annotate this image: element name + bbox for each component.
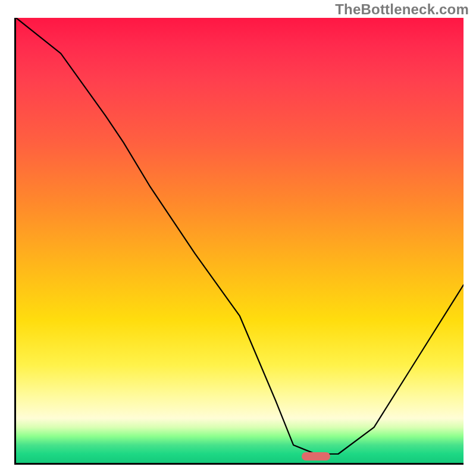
bottleneck-curve — [16, 18, 464, 463]
optimal-marker — [302, 452, 330, 461]
plot-area — [14, 18, 464, 465]
watermark-text: TheBottleneck.com — [335, 1, 469, 18]
chart-container: TheBottleneck.com — [0, 0, 476, 476]
